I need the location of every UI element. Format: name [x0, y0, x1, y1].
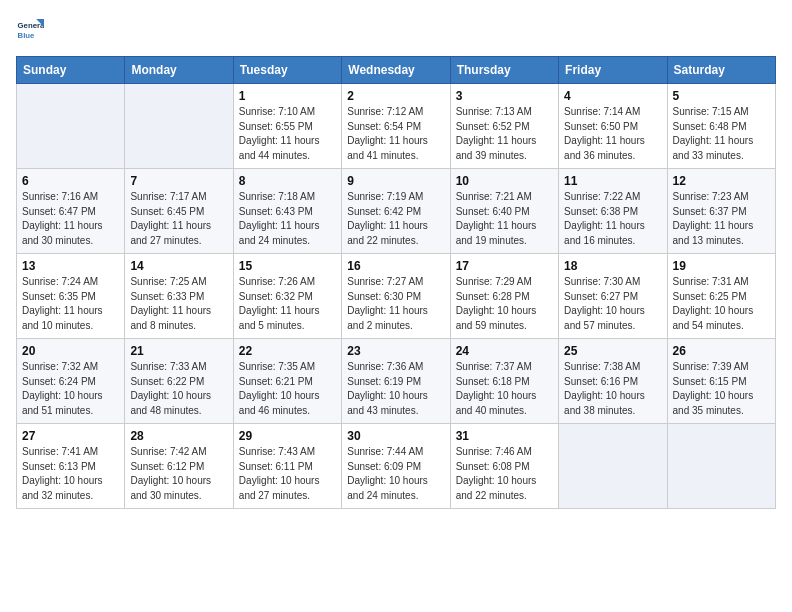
- day-number: 8: [239, 174, 336, 188]
- calendar-cell: [559, 424, 667, 509]
- weekday-header: Sunday: [17, 57, 125, 84]
- day-detail: Sunrise: 7:38 AM Sunset: 6:16 PM Dayligh…: [564, 360, 661, 418]
- weekday-header: Thursday: [450, 57, 558, 84]
- day-detail: Sunrise: 7:24 AM Sunset: 6:35 PM Dayligh…: [22, 275, 119, 333]
- day-number: 4: [564, 89, 661, 103]
- calendar-cell: [17, 84, 125, 169]
- calendar-cell: 25Sunrise: 7:38 AM Sunset: 6:16 PM Dayli…: [559, 339, 667, 424]
- calendar-cell: 26Sunrise: 7:39 AM Sunset: 6:15 PM Dayli…: [667, 339, 775, 424]
- logo: General Blue: [16, 16, 48, 44]
- calendar-cell: 23Sunrise: 7:36 AM Sunset: 6:19 PM Dayli…: [342, 339, 450, 424]
- calendar-cell: [125, 84, 233, 169]
- calendar-cell: 24Sunrise: 7:37 AM Sunset: 6:18 PM Dayli…: [450, 339, 558, 424]
- day-detail: Sunrise: 7:19 AM Sunset: 6:42 PM Dayligh…: [347, 190, 444, 248]
- day-number: 7: [130, 174, 227, 188]
- calendar-cell: 22Sunrise: 7:35 AM Sunset: 6:21 PM Dayli…: [233, 339, 341, 424]
- header: General Blue: [16, 16, 776, 44]
- day-detail: Sunrise: 7:30 AM Sunset: 6:27 PM Dayligh…: [564, 275, 661, 333]
- day-detail: Sunrise: 7:16 AM Sunset: 6:47 PM Dayligh…: [22, 190, 119, 248]
- day-number: 9: [347, 174, 444, 188]
- day-detail: Sunrise: 7:42 AM Sunset: 6:12 PM Dayligh…: [130, 445, 227, 503]
- day-number: 2: [347, 89, 444, 103]
- calendar-cell: 12Sunrise: 7:23 AM Sunset: 6:37 PM Dayli…: [667, 169, 775, 254]
- day-number: 27: [22, 429, 119, 443]
- day-number: 30: [347, 429, 444, 443]
- calendar-cell: 17Sunrise: 7:29 AM Sunset: 6:28 PM Dayli…: [450, 254, 558, 339]
- day-number: 29: [239, 429, 336, 443]
- day-number: 23: [347, 344, 444, 358]
- day-detail: Sunrise: 7:41 AM Sunset: 6:13 PM Dayligh…: [22, 445, 119, 503]
- calendar-cell: 20Sunrise: 7:32 AM Sunset: 6:24 PM Dayli…: [17, 339, 125, 424]
- day-detail: Sunrise: 7:36 AM Sunset: 6:19 PM Dayligh…: [347, 360, 444, 418]
- day-number: 22: [239, 344, 336, 358]
- calendar-cell: 14Sunrise: 7:25 AM Sunset: 6:33 PM Dayli…: [125, 254, 233, 339]
- day-detail: Sunrise: 7:32 AM Sunset: 6:24 PM Dayligh…: [22, 360, 119, 418]
- day-number: 18: [564, 259, 661, 273]
- calendar-week-row: 20Sunrise: 7:32 AM Sunset: 6:24 PM Dayli…: [17, 339, 776, 424]
- day-number: 13: [22, 259, 119, 273]
- day-number: 19: [673, 259, 770, 273]
- day-number: 20: [22, 344, 119, 358]
- day-detail: Sunrise: 7:33 AM Sunset: 6:22 PM Dayligh…: [130, 360, 227, 418]
- day-detail: Sunrise: 7:23 AM Sunset: 6:37 PM Dayligh…: [673, 190, 770, 248]
- day-detail: Sunrise: 7:37 AM Sunset: 6:18 PM Dayligh…: [456, 360, 553, 418]
- day-number: 16: [347, 259, 444, 273]
- day-number: 15: [239, 259, 336, 273]
- day-detail: Sunrise: 7:18 AM Sunset: 6:43 PM Dayligh…: [239, 190, 336, 248]
- calendar-cell: 11Sunrise: 7:22 AM Sunset: 6:38 PM Dayli…: [559, 169, 667, 254]
- day-number: 28: [130, 429, 227, 443]
- day-detail: Sunrise: 7:21 AM Sunset: 6:40 PM Dayligh…: [456, 190, 553, 248]
- calendar-table: SundayMondayTuesdayWednesdayThursdayFrid…: [16, 56, 776, 509]
- day-detail: Sunrise: 7:29 AM Sunset: 6:28 PM Dayligh…: [456, 275, 553, 333]
- calendar-week-row: 1Sunrise: 7:10 AM Sunset: 6:55 PM Daylig…: [17, 84, 776, 169]
- calendar-cell: 16Sunrise: 7:27 AM Sunset: 6:30 PM Dayli…: [342, 254, 450, 339]
- calendar-cell: 2Sunrise: 7:12 AM Sunset: 6:54 PM Daylig…: [342, 84, 450, 169]
- calendar-cell: 5Sunrise: 7:15 AM Sunset: 6:48 PM Daylig…: [667, 84, 775, 169]
- day-detail: Sunrise: 7:10 AM Sunset: 6:55 PM Dayligh…: [239, 105, 336, 163]
- day-detail: Sunrise: 7:39 AM Sunset: 6:15 PM Dayligh…: [673, 360, 770, 418]
- calendar-cell: 15Sunrise: 7:26 AM Sunset: 6:32 PM Dayli…: [233, 254, 341, 339]
- day-detail: Sunrise: 7:14 AM Sunset: 6:50 PM Dayligh…: [564, 105, 661, 163]
- calendar-header: SundayMondayTuesdayWednesdayThursdayFrid…: [17, 57, 776, 84]
- weekday-header: Tuesday: [233, 57, 341, 84]
- calendar-cell: 19Sunrise: 7:31 AM Sunset: 6:25 PM Dayli…: [667, 254, 775, 339]
- calendar-week-row: 27Sunrise: 7:41 AM Sunset: 6:13 PM Dayli…: [17, 424, 776, 509]
- weekday-header: Friday: [559, 57, 667, 84]
- calendar-cell: 9Sunrise: 7:19 AM Sunset: 6:42 PM Daylig…: [342, 169, 450, 254]
- calendar-cell: 28Sunrise: 7:42 AM Sunset: 6:12 PM Dayli…: [125, 424, 233, 509]
- calendar-week-row: 13Sunrise: 7:24 AM Sunset: 6:35 PM Dayli…: [17, 254, 776, 339]
- day-number: 25: [564, 344, 661, 358]
- day-detail: Sunrise: 7:31 AM Sunset: 6:25 PM Dayligh…: [673, 275, 770, 333]
- calendar-body: 1Sunrise: 7:10 AM Sunset: 6:55 PM Daylig…: [17, 84, 776, 509]
- day-detail: Sunrise: 7:13 AM Sunset: 6:52 PM Dayligh…: [456, 105, 553, 163]
- day-number: 6: [22, 174, 119, 188]
- day-detail: Sunrise: 7:12 AM Sunset: 6:54 PM Dayligh…: [347, 105, 444, 163]
- calendar-cell: 30Sunrise: 7:44 AM Sunset: 6:09 PM Dayli…: [342, 424, 450, 509]
- weekday-header: Saturday: [667, 57, 775, 84]
- day-detail: Sunrise: 7:27 AM Sunset: 6:30 PM Dayligh…: [347, 275, 444, 333]
- day-number: 26: [673, 344, 770, 358]
- calendar-cell: 1Sunrise: 7:10 AM Sunset: 6:55 PM Daylig…: [233, 84, 341, 169]
- calendar-cell: 13Sunrise: 7:24 AM Sunset: 6:35 PM Dayli…: [17, 254, 125, 339]
- day-detail: Sunrise: 7:17 AM Sunset: 6:45 PM Dayligh…: [130, 190, 227, 248]
- day-number: 3: [456, 89, 553, 103]
- day-number: 24: [456, 344, 553, 358]
- calendar-cell: 3Sunrise: 7:13 AM Sunset: 6:52 PM Daylig…: [450, 84, 558, 169]
- calendar-cell: 4Sunrise: 7:14 AM Sunset: 6:50 PM Daylig…: [559, 84, 667, 169]
- calendar-cell: 31Sunrise: 7:46 AM Sunset: 6:08 PM Dayli…: [450, 424, 558, 509]
- day-number: 21: [130, 344, 227, 358]
- day-number: 31: [456, 429, 553, 443]
- day-detail: Sunrise: 7:46 AM Sunset: 6:08 PM Dayligh…: [456, 445, 553, 503]
- day-number: 11: [564, 174, 661, 188]
- calendar-cell: [667, 424, 775, 509]
- day-number: 14: [130, 259, 227, 273]
- day-detail: Sunrise: 7:43 AM Sunset: 6:11 PM Dayligh…: [239, 445, 336, 503]
- day-detail: Sunrise: 7:25 AM Sunset: 6:33 PM Dayligh…: [130, 275, 227, 333]
- day-detail: Sunrise: 7:15 AM Sunset: 6:48 PM Dayligh…: [673, 105, 770, 163]
- calendar-cell: 7Sunrise: 7:17 AM Sunset: 6:45 PM Daylig…: [125, 169, 233, 254]
- day-detail: Sunrise: 7:44 AM Sunset: 6:09 PM Dayligh…: [347, 445, 444, 503]
- calendar-cell: 18Sunrise: 7:30 AM Sunset: 6:27 PM Dayli…: [559, 254, 667, 339]
- calendar-cell: 21Sunrise: 7:33 AM Sunset: 6:22 PM Dayli…: [125, 339, 233, 424]
- weekday-header: Monday: [125, 57, 233, 84]
- calendar-cell: 8Sunrise: 7:18 AM Sunset: 6:43 PM Daylig…: [233, 169, 341, 254]
